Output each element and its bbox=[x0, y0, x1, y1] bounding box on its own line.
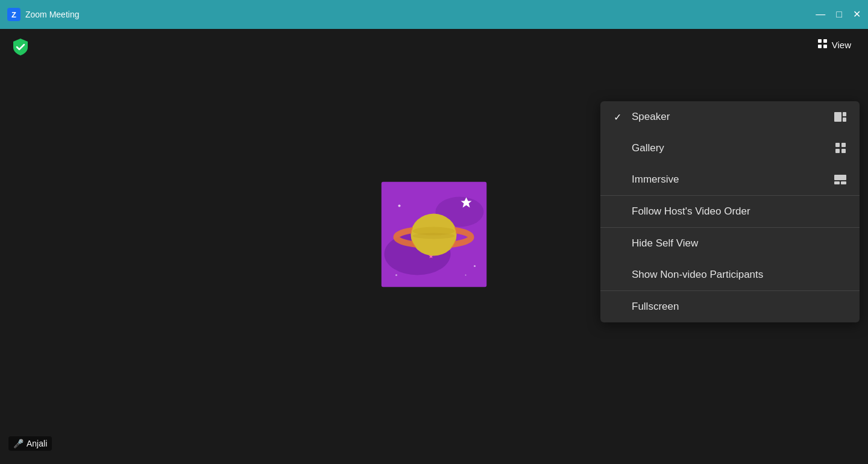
speaker-view-icon bbox=[834, 112, 846, 122]
minimize-button[interactable]: — bbox=[816, 10, 825, 19]
participant-name-text: Anjali bbox=[27, 439, 47, 448]
self-view-section: ✓ Hide Self View ✓ Show Non-video Partic… bbox=[600, 228, 860, 291]
immersive-view-item[interactable]: ✓ Immersive bbox=[600, 164, 860, 195]
svg-rect-29 bbox=[834, 181, 840, 184]
follow-host-label: Follow Host's Video Order bbox=[632, 205, 750, 218]
immersive-view-icon bbox=[834, 175, 846, 184]
window-controls: — □ ✕ bbox=[816, 10, 861, 19]
speaker-view-item[interactable]: ✓ Speaker bbox=[600, 101, 860, 133]
view-button[interactable]: View bbox=[811, 35, 857, 55]
main-area: View bbox=[0, 29, 868, 464]
participant-name-badge: 🎤 Anjali bbox=[8, 436, 52, 451]
grid-icon bbox=[817, 39, 828, 51]
svg-rect-30 bbox=[841, 181, 846, 184]
close-button[interactable]: ✕ bbox=[853, 10, 861, 19]
title-bar-left: Z Zoom Meeting bbox=[7, 8, 79, 21]
follow-host-item[interactable]: ✓ Follow Host's Video Order bbox=[600, 196, 860, 227]
hide-self-view-item[interactable]: ✓ Hide Self View bbox=[600, 228, 860, 259]
immersive-label: Immersive bbox=[632, 174, 679, 186]
svg-rect-0 bbox=[818, 39, 822, 43]
svg-rect-24 bbox=[835, 143, 840, 147]
gallery-label: Gallery bbox=[632, 142, 664, 154]
svg-rect-25 bbox=[841, 143, 846, 147]
view-modes-section: ✓ Speaker ✓ Gallery bbox=[600, 101, 860, 196]
svg-rect-23 bbox=[843, 118, 846, 122]
security-shield[interactable] bbox=[11, 37, 30, 57]
svg-point-16 bbox=[413, 233, 455, 239]
maximize-button[interactable]: □ bbox=[836, 10, 842, 19]
follow-host-section: ✓ Follow Host's Video Order bbox=[600, 196, 860, 228]
svg-point-17 bbox=[398, 205, 401, 207]
svg-point-18 bbox=[474, 265, 476, 267]
view-label: View bbox=[832, 40, 851, 50]
svg-rect-22 bbox=[843, 112, 846, 116]
speaker-check: ✓ bbox=[614, 111, 624, 123]
window-title: Zoom Meeting bbox=[25, 10, 79, 19]
avatar-image bbox=[382, 182, 487, 287]
svg-rect-3 bbox=[823, 45, 827, 48]
show-non-video-item[interactable]: ✓ Show Non-video Participants bbox=[600, 259, 860, 290]
hide-self-label: Hide Self View bbox=[632, 237, 698, 249]
svg-rect-28 bbox=[834, 175, 846, 180]
svg-rect-21 bbox=[834, 112, 841, 122]
gallery-view-item[interactable]: ✓ Gallery bbox=[600, 133, 860, 164]
fullscreen-section: ✓ Fullscreen bbox=[600, 291, 860, 322]
svg-rect-1 bbox=[823, 39, 827, 43]
svg-rect-26 bbox=[835, 149, 840, 153]
mic-muted-icon: 🎤 bbox=[13, 439, 24, 448]
zoom-logo: Z bbox=[7, 8, 20, 21]
svg-point-20 bbox=[395, 274, 397, 276]
speaker-label: Speaker bbox=[632, 111, 670, 123]
fullscreen-label: Fullscreen bbox=[632, 301, 679, 313]
title-bar: Z Zoom Meeting — □ ✕ bbox=[0, 0, 868, 29]
svg-rect-27 bbox=[841, 149, 846, 153]
show-non-video-label: Show Non-video Participants bbox=[632, 269, 763, 281]
svg-point-19 bbox=[465, 275, 467, 276]
fullscreen-item[interactable]: ✓ Fullscreen bbox=[600, 291, 860, 322]
gallery-view-icon bbox=[835, 143, 846, 154]
participant-avatar bbox=[382, 182, 487, 287]
view-dropdown-menu: ✓ Speaker ✓ Gallery bbox=[600, 101, 860, 322]
svg-rect-2 bbox=[818, 45, 822, 48]
